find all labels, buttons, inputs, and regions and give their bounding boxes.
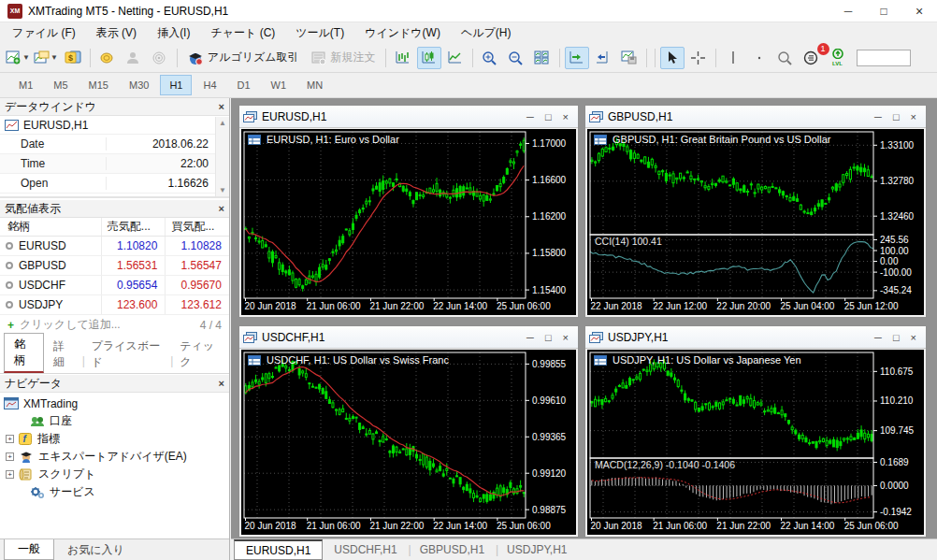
timeframe-button[interactable]: D1 bbox=[228, 75, 260, 95]
expand-icon[interactable]: + bbox=[6, 452, 14, 461]
chart-window-titlebar[interactable]: GBPUSD,H1 ─□× bbox=[585, 106, 926, 128]
menu-item[interactable]: 挿入(I) bbox=[147, 23, 200, 43]
timeframe-button[interactable]: M5 bbox=[44, 75, 77, 95]
menu-item[interactable]: 表示 (V) bbox=[86, 23, 147, 43]
market-watch-add-row[interactable]: + クリックして追加... 4 / 4 bbox=[0, 315, 229, 335]
chart-window-titlebar[interactable]: USDJPY,H1 ─□× bbox=[585, 326, 926, 349]
expand-icon[interactable]: + bbox=[6, 470, 14, 479]
left-bottom-tab[interactable]: 一般 bbox=[4, 539, 54, 560]
minimize-icon[interactable]: ─ bbox=[874, 332, 882, 343]
timeframe-button[interactable]: W1 bbox=[262, 75, 296, 95]
close-icon[interactable]: × bbox=[901, 0, 937, 22]
market-watch-row[interactable]: USDCHF 0.95654 0.95670 bbox=[0, 276, 229, 295]
market-watch-tab[interactable]: ティック bbox=[170, 336, 229, 373]
close-icon[interactable]: × bbox=[911, 332, 916, 343]
chart-canvas[interactable]: USDJPY, H1: US Dollar vs Japanese Yen 11… bbox=[587, 350, 924, 535]
nav-item-scripts[interactable]: + スクリプト bbox=[0, 466, 229, 483]
close-icon[interactable]: × bbox=[219, 101, 224, 112]
timeframe-button[interactable]: M15 bbox=[79, 75, 118, 95]
chart-canvas[interactable]: USDCHF, H1: US Dollar vs Swiss Franc 0.9… bbox=[241, 350, 576, 535]
maximize-icon[interactable]: □ bbox=[893, 332, 900, 343]
nav-item-terminal[interactable]: XMTrading bbox=[0, 395, 229, 412]
minimize-icon[interactable]: ─ bbox=[526, 111, 534, 122]
candlestick-mode-button[interactable] bbox=[417, 47, 441, 69]
left-bottom-tab[interactable]: お気に入り bbox=[54, 539, 137, 560]
nav-item-indicators[interactable]: + f 指標 bbox=[0, 430, 229, 448]
profiles-button[interactable]: ▼ bbox=[33, 47, 59, 69]
symbols-button[interactable]: $ bbox=[61, 47, 85, 69]
chart-tab[interactable]: USDJPY,H1 bbox=[496, 539, 578, 560]
chart-tab[interactable]: GBPUSD,H1 bbox=[409, 539, 496, 560]
maximize-icon[interactable]: □ bbox=[545, 332, 552, 343]
line-chart-mode-button[interactable] bbox=[443, 47, 468, 69]
zoom-in-button[interactable] bbox=[478, 47, 502, 69]
menu-item[interactable]: ツール(T) bbox=[285, 23, 354, 43]
chart-window-titlebar[interactable]: EURUSD,H1 ─□× bbox=[239, 106, 578, 128]
chart-window-usdchf[interactable]: USDCHF,H1 ─□× USDCHF, H1: US Dollar vs S… bbox=[238, 325, 579, 538]
close-icon[interactable]: × bbox=[911, 111, 916, 122]
chart-tab[interactable]: EURUSD,H1 bbox=[234, 539, 323, 560]
signals-icon[interactable] bbox=[148, 47, 172, 69]
nav-item-accounts[interactable]: 口座 bbox=[0, 412, 229, 430]
close-icon[interactable]: × bbox=[219, 378, 224, 389]
expand-icon[interactable]: + bbox=[6, 435, 14, 443]
history-center-icon[interactable] bbox=[95, 47, 120, 69]
bar-chart-mode-button[interactable] bbox=[391, 47, 415, 69]
data-window-symbol-row[interactable]: EURUSD,H1 bbox=[0, 116, 229, 135]
depth-of-market-icon[interactable] bbox=[122, 47, 146, 69]
scrollbar[interactable]: ▲▼ bbox=[215, 117, 229, 196]
market-watch-row[interactable]: USDJPY 123.600 123.612 bbox=[0, 295, 229, 315]
search-button[interactable] bbox=[773, 47, 798, 69]
chart-tab[interactable]: USDCHF,H1 bbox=[323, 539, 408, 560]
chart-symbol-label: USDJPY, H1: US Dollar vs Japanese Yen bbox=[594, 354, 801, 366]
minimize-icon[interactable]: ─ bbox=[874, 111, 882, 122]
nav-item-experts[interactable]: + エキスパートアドバイザ(EA) bbox=[0, 448, 229, 466]
menu-item[interactable]: ウインドウ(W) bbox=[354, 23, 451, 43]
menu-item[interactable]: ファイル (F) bbox=[2, 23, 86, 43]
indicators-icon: f bbox=[19, 433, 33, 445]
chart-canvas[interactable]: GBPUSD, H1: Great Britain Pound vs US Do… bbox=[587, 129, 924, 315]
timeframe-button[interactable]: H4 bbox=[194, 75, 225, 95]
alerts-button[interactable]: 1 bbox=[800, 47, 824, 69]
market-watch-row[interactable]: GBPUSD 1.56531 1.56547 bbox=[0, 256, 229, 276]
menu-item[interactable]: チャート (C) bbox=[200, 23, 285, 43]
menu-item[interactable]: ヘルプ(H) bbox=[451, 23, 522, 43]
tile-windows-button[interactable] bbox=[530, 47, 555, 69]
timeframe-button[interactable]: MN bbox=[297, 75, 332, 95]
algo-trading-button[interactable]: アルゴリズム取引 bbox=[181, 47, 305, 69]
chart-window-titlebar[interactable]: USDCHF,H1 ─□× bbox=[239, 326, 578, 349]
maximize-icon[interactable]: □ bbox=[545, 111, 552, 122]
chart-canvas[interactable]: EURUSD, H1: Euro vs Dollar 1.170001.1660… bbox=[241, 129, 576, 315]
maximize-icon[interactable]: □ bbox=[866, 0, 901, 22]
new-order-button[interactable]: 新規注文 bbox=[305, 47, 382, 69]
chart-window-usdjpy[interactable]: USDJPY,H1 ─□× USDJPY, H1: US Dollar vs J… bbox=[584, 325, 927, 538]
minimize-icon[interactable]: ─ bbox=[830, 0, 866, 22]
chart-tab-bar: EURUSD,H1USDCHF,H1GBPUSD,H1USDJPY,H1 bbox=[231, 538, 937, 560]
nav-item-services[interactable]: サービス bbox=[0, 483, 229, 501]
save-template-button[interactable] bbox=[617, 47, 641, 69]
close-icon[interactable]: × bbox=[563, 332, 569, 343]
chart-shift-button[interactable] bbox=[591, 47, 615, 69]
maximize-icon[interactable]: □ bbox=[893, 111, 900, 122]
close-icon[interactable]: × bbox=[219, 203, 224, 214]
crosshair-tool-button[interactable] bbox=[686, 47, 711, 69]
market-watch-tab[interactable]: 詳細 bbox=[44, 336, 82, 373]
market-watch-row[interactable]: EURUSD 1.10820 1.10828 bbox=[0, 237, 229, 256]
new-chart-button[interactable]: ▼ bbox=[5, 47, 31, 69]
minimize-icon[interactable]: ─ bbox=[526, 332, 534, 343]
cursor-tool-button[interactable] bbox=[660, 47, 685, 69]
ohlc-grid-icon bbox=[248, 355, 261, 366]
horizontal-line-tool-button[interactable] bbox=[747, 47, 771, 69]
timeframe-button[interactable]: M30 bbox=[120, 75, 158, 95]
chart-window-eurusd[interactable]: EURUSD,H1 ─□× EURUSD, H1: Euro vs Dollar… bbox=[238, 105, 579, 318]
vertical-line-tool-button[interactable] bbox=[721, 47, 745, 69]
chart-window-gbpusd[interactable]: GBPUSD,H1 ─□× GBPUSD, H1: Great Britain … bbox=[584, 105, 927, 318]
market-watch-tab[interactable]: 銘柄 bbox=[4, 333, 44, 373]
toolbar-search-input[interactable] bbox=[857, 50, 911, 66]
auto-scroll-button[interactable] bbox=[565, 47, 589, 69]
timeframe-button[interactable]: M1 bbox=[9, 75, 42, 95]
zoom-out-button[interactable] bbox=[504, 47, 528, 69]
market-watch-tab[interactable]: プライスボード bbox=[82, 336, 171, 373]
timeframe-button[interactable]: H1 bbox=[160, 75, 192, 95]
close-icon[interactable]: × bbox=[563, 111, 569, 122]
